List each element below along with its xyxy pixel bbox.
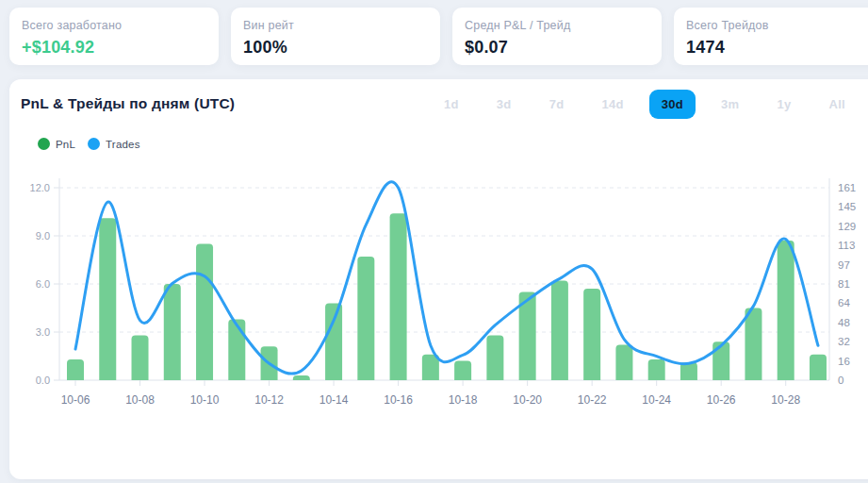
svg-text:161: 161 — [838, 182, 856, 193]
stat-card-avg-pnl: Средн P&L / Трейд $0.07 — [452, 8, 662, 65]
stat-card-total-trades: Всего Трейдов 1474 — [674, 8, 868, 65]
stat-value-total-earned: +$104.92 — [22, 38, 219, 58]
stat-value-total-trades: 1474 — [686, 38, 868, 58]
svg-text:97: 97 — [838, 259, 850, 271]
svg-text:10-08: 10-08 — [125, 393, 155, 407]
svg-text:10-20: 10-20 — [513, 393, 542, 407]
svg-text:9.0: 9.0 — [36, 230, 50, 242]
chart-panel: PnL & Трейды по дням (UTC) 1d 3d 7d 14d … — [9, 79, 868, 479]
trades-line — [75, 182, 818, 374]
svg-text:81: 81 — [838, 278, 850, 290]
svg-text:6.0: 6.0 — [36, 278, 50, 290]
stat-label: Всего заработано — [22, 19, 219, 32]
svg-text:10-10: 10-10 — [190, 393, 220, 407]
stat-value-win-rate: 100% — [243, 38, 440, 58]
svg-text:10-14: 10-14 — [319, 393, 349, 407]
stat-label: Всего Трейдов — [686, 19, 868, 32]
stats-row: Всего заработано +$104.92 Вин рейт 100% … — [9, 8, 868, 65]
svg-text:16: 16 — [838, 356, 850, 367]
svg-text:10-16: 10-16 — [384, 393, 413, 407]
svg-text:0: 0 — [838, 375, 843, 386]
stat-label: Вин рейт — [243, 19, 440, 32]
svg-text:10-18: 10-18 — [449, 393, 478, 407]
svg-text:10-12: 10-12 — [254, 393, 284, 407]
pnl-trades-chart[interactable]: 12.09.06.03.00.0161145129113978164483216… — [9, 79, 868, 479]
svg-text:10-28: 10-28 — [771, 393, 800, 407]
stat-card-win-rate: Вин рейт 100% — [231, 8, 440, 65]
stat-card-total-earned: Всего заработано +$104.92 — [9, 8, 219, 65]
svg-text:12.0: 12.0 — [30, 182, 50, 193]
svg-text:10-26: 10-26 — [707, 393, 736, 407]
pnl-bars — [67, 213, 827, 380]
svg-text:145: 145 — [838, 201, 856, 212]
svg-text:129: 129 — [838, 221, 856, 232]
svg-text:10-22: 10-22 — [578, 393, 607, 407]
svg-text:48: 48 — [838, 317, 850, 328]
svg-text:32: 32 — [838, 336, 850, 347]
trading-dashboard: Всего заработано +$104.92 Вин рейт 100% … — [0, 0, 868, 483]
svg-text:10-06: 10-06 — [61, 393, 90, 407]
stat-value-avg-pnl: $0.07 — [465, 38, 662, 58]
svg-text:64: 64 — [838, 297, 850, 308]
svg-text:0.0: 0.0 — [36, 375, 50, 386]
stat-label: Средн P&L / Трейд — [465, 19, 662, 32]
svg-text:3.0: 3.0 — [36, 326, 50, 338]
svg-text:10-24: 10-24 — [642, 393, 671, 407]
svg-text:113: 113 — [838, 240, 855, 251]
